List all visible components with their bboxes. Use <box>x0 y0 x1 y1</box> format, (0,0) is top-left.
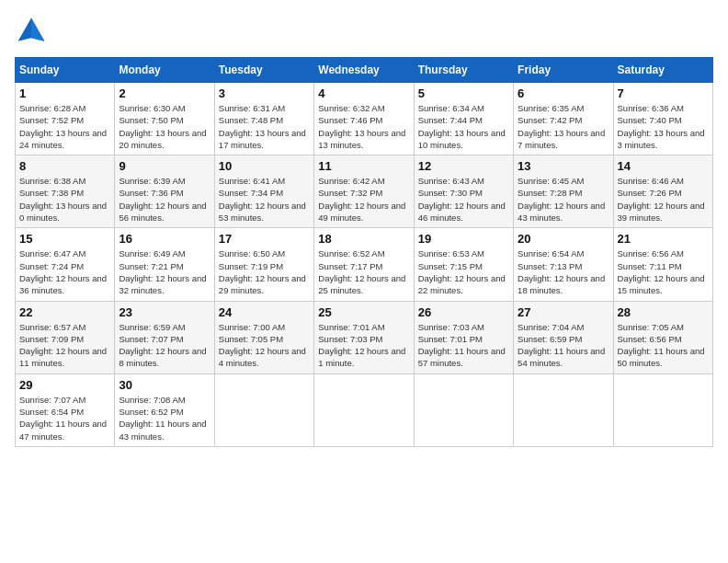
day-number: 10 <box>219 159 310 173</box>
day-info: Sunrise: 7:07 AMSunset: 6:54 PMDaylight:… <box>19 394 110 442</box>
calendar-cell <box>414 373 513 446</box>
calendar-header: SundayMondayTuesdayWednesdayThursdayFrid… <box>16 58 713 83</box>
day-info: Sunrise: 6:49 AMSunset: 7:21 PMDaylight:… <box>119 247 210 296</box>
day-number: 11 <box>318 159 409 173</box>
day-number: 12 <box>418 159 509 173</box>
weekday-row: SundayMondayTuesdayWednesdayThursdayFrid… <box>16 58 713 83</box>
weekday-wednesday: Wednesday <box>314 58 414 83</box>
day-number: 4 <box>318 86 409 100</box>
day-info: Sunrise: 6:35 AMSunset: 7:42 PMDaylight:… <box>518 102 609 151</box>
calendar-cell: 9Sunrise: 6:39 AMSunset: 7:36 PMDaylight… <box>115 155 214 228</box>
day-number: 2 <box>119 86 210 100</box>
calendar-cell: 12Sunrise: 6:43 AMSunset: 7:30 PMDayligh… <box>414 155 513 228</box>
day-info: Sunrise: 6:45 AMSunset: 7:28 PMDaylight:… <box>518 175 609 224</box>
calendar-cell: 19Sunrise: 6:53 AMSunset: 7:15 PMDayligh… <box>414 228 513 301</box>
day-number: 9 <box>119 159 210 173</box>
day-info: Sunrise: 6:52 AMSunset: 7:17 PMDaylight:… <box>318 247 409 296</box>
calendar-row: 22Sunrise: 6:57 AMSunset: 7:09 PMDayligh… <box>16 301 713 373</box>
day-info: Sunrise: 7:01 AMSunset: 7:03 PMDaylight:… <box>318 321 409 370</box>
day-info: Sunrise: 7:05 AMSunset: 6:56 PMDaylight:… <box>618 321 709 370</box>
calendar-cell: 1Sunrise: 6:28 AMSunset: 7:52 PMDaylight… <box>16 83 115 155</box>
calendar-row: 1Sunrise: 6:28 AMSunset: 7:52 PMDaylight… <box>16 83 713 155</box>
calendar-cell: 24Sunrise: 7:00 AMSunset: 7:05 PMDayligh… <box>214 301 313 373</box>
page: SundayMondayTuesdayWednesdayThursdayFrid… <box>0 0 728 563</box>
day-number: 14 <box>618 159 709 173</box>
day-info: Sunrise: 6:54 AMSunset: 7:13 PMDaylight:… <box>518 247 609 296</box>
day-info: Sunrise: 6:59 AMSunset: 7:07 PMDaylight:… <box>119 321 210 370</box>
calendar-cell: 5Sunrise: 6:34 AMSunset: 7:44 PMDaylight… <box>414 83 513 155</box>
weekday-sunday: Sunday <box>16 58 115 83</box>
day-number: 30 <box>119 378 210 392</box>
day-number: 27 <box>518 305 609 319</box>
day-number: 19 <box>418 232 509 246</box>
day-number: 25 <box>318 305 409 319</box>
day-number: 21 <box>618 232 709 246</box>
day-info: Sunrise: 6:36 AMSunset: 7:40 PMDaylight:… <box>618 102 709 151</box>
day-number: 6 <box>518 86 609 100</box>
day-info: Sunrise: 6:32 AMSunset: 7:46 PMDaylight:… <box>318 102 409 151</box>
calendar-cell: 23Sunrise: 6:59 AMSunset: 7:07 PMDayligh… <box>115 301 214 373</box>
day-info: Sunrise: 6:53 AMSunset: 7:15 PMDaylight:… <box>418 247 509 296</box>
day-info: Sunrise: 7:03 AMSunset: 7:01 PMDaylight:… <box>418 321 509 370</box>
calendar-cell: 13Sunrise: 6:45 AMSunset: 7:28 PMDayligh… <box>514 155 613 228</box>
day-info: Sunrise: 6:30 AMSunset: 7:50 PMDaylight:… <box>119 102 210 151</box>
day-info: Sunrise: 6:42 AMSunset: 7:32 PMDaylight:… <box>318 175 409 224</box>
day-info: Sunrise: 7:00 AMSunset: 7:05 PMDaylight:… <box>219 321 310 370</box>
calendar-cell: 7Sunrise: 6:36 AMSunset: 7:40 PMDaylight… <box>613 83 712 155</box>
day-number: 7 <box>618 86 709 100</box>
logo-icon <box>15 15 48 48</box>
day-number: 3 <box>219 86 310 100</box>
calendar-cell: 2Sunrise: 6:30 AMSunset: 7:50 PMDaylight… <box>115 83 214 155</box>
day-number: 28 <box>618 305 709 319</box>
weekday-friday: Friday <box>514 58 613 83</box>
calendar-cell: 25Sunrise: 7:01 AMSunset: 7:03 PMDayligh… <box>314 301 414 373</box>
calendar-cell: 15Sunrise: 6:47 AMSunset: 7:24 PMDayligh… <box>16 228 115 301</box>
calendar-cell: 6Sunrise: 6:35 AMSunset: 7:42 PMDaylight… <box>514 83 613 155</box>
calendar-cell: 30Sunrise: 7:08 AMSunset: 6:52 PMDayligh… <box>115 373 214 446</box>
day-info: Sunrise: 7:04 AMSunset: 6:59 PMDaylight:… <box>518 321 609 370</box>
day-number: 26 <box>418 305 509 319</box>
day-info: Sunrise: 6:34 AMSunset: 7:44 PMDaylight:… <box>418 102 509 151</box>
day-info: Sunrise: 6:39 AMSunset: 7:36 PMDaylight:… <box>119 175 210 224</box>
day-info: Sunrise: 6:41 AMSunset: 7:34 PMDaylight:… <box>219 175 310 224</box>
day-info: Sunrise: 6:38 AMSunset: 7:38 PMDaylight:… <box>19 175 110 224</box>
day-number: 17 <box>219 232 310 246</box>
day-info: Sunrise: 6:50 AMSunset: 7:19 PMDaylight:… <box>219 247 310 296</box>
day-number: 22 <box>19 305 110 319</box>
day-info: Sunrise: 6:46 AMSunset: 7:26 PMDaylight:… <box>618 175 709 224</box>
header <box>15 15 713 48</box>
weekday-saturday: Saturday <box>613 58 712 83</box>
calendar-cell <box>514 373 613 446</box>
day-number: 5 <box>418 86 509 100</box>
calendar-cell <box>214 373 313 446</box>
calendar-cell: 27Sunrise: 7:04 AMSunset: 6:59 PMDayligh… <box>514 301 613 373</box>
weekday-monday: Monday <box>115 58 214 83</box>
day-info: Sunrise: 6:31 AMSunset: 7:48 PMDaylight:… <box>219 102 310 151</box>
day-number: 29 <box>19 378 110 392</box>
day-number: 16 <box>119 232 210 246</box>
day-number: 1 <box>19 86 110 100</box>
calendar-cell: 3Sunrise: 6:31 AMSunset: 7:48 PMDaylight… <box>214 83 313 155</box>
calendar-cell: 10Sunrise: 6:41 AMSunset: 7:34 PMDayligh… <box>214 155 313 228</box>
calendar-row: 29Sunrise: 7:07 AMSunset: 6:54 PMDayligh… <box>16 373 713 446</box>
calendar-cell: 22Sunrise: 6:57 AMSunset: 7:09 PMDayligh… <box>16 301 115 373</box>
day-number: 13 <box>518 159 609 173</box>
calendar-cell <box>613 373 712 446</box>
calendar-cell: 26Sunrise: 7:03 AMSunset: 7:01 PMDayligh… <box>414 301 513 373</box>
calendar-cell: 18Sunrise: 6:52 AMSunset: 7:17 PMDayligh… <box>314 228 414 301</box>
calendar-cell: 21Sunrise: 6:56 AMSunset: 7:11 PMDayligh… <box>613 228 712 301</box>
day-info: Sunrise: 6:57 AMSunset: 7:09 PMDaylight:… <box>19 321 110 370</box>
calendar-row: 15Sunrise: 6:47 AMSunset: 7:24 PMDayligh… <box>16 228 713 301</box>
logo <box>15 15 51 48</box>
calendar-cell: 14Sunrise: 6:46 AMSunset: 7:26 PMDayligh… <box>613 155 712 228</box>
day-info: Sunrise: 6:47 AMSunset: 7:24 PMDaylight:… <box>19 247 110 296</box>
day-number: 18 <box>318 232 409 246</box>
calendar-body: 1Sunrise: 6:28 AMSunset: 7:52 PMDaylight… <box>16 83 713 447</box>
calendar-row: 8Sunrise: 6:38 AMSunset: 7:38 PMDaylight… <box>16 155 713 228</box>
day-info: Sunrise: 6:56 AMSunset: 7:11 PMDaylight:… <box>618 247 709 296</box>
day-number: 24 <box>219 305 310 319</box>
calendar-cell <box>314 373 414 446</box>
calendar-cell: 29Sunrise: 7:07 AMSunset: 6:54 PMDayligh… <box>16 373 115 446</box>
weekday-tuesday: Tuesday <box>214 58 313 83</box>
day-number: 20 <box>518 232 609 246</box>
